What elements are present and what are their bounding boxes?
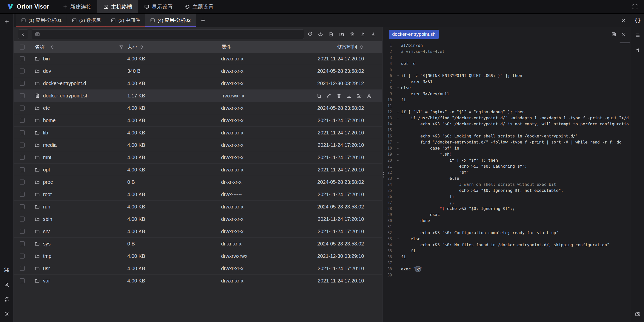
tab-middleware[interactable]: (3) 中间件 [106,14,145,27]
file-attr: dr-xr-xr-x [221,241,310,247]
file-row[interactable]: sys 0 B dr-xr-xr-x 2024-05-28 23:58:02 [14,238,382,250]
new-file-icon[interactable] [329,32,334,37]
row-checkbox[interactable] [20,180,25,185]
row-checkbox[interactable] [20,105,25,111]
row-checkbox[interactable] [20,130,25,135]
settings-gear-icon[interactable] [3,310,11,318]
file-row[interactable]: run 4.00 KB drwxr-xr-x 2024-05-28 23:58:… [14,201,382,213]
sort-icon[interactable] [50,45,55,50]
row-checkbox[interactable] [20,56,25,61]
file-row[interactable]: usr 4.00 KB drwxr-xr-x 2021-11-24 17:20:… [14,262,382,275]
file-row[interactable]: sbin 4.00 KB drwxr-xr-x 2021-11-24 17:20… [14,213,382,225]
file-row[interactable]: docker-entrypoint.sh 1.17 KB -rwxrwxr-x [14,90,382,102]
fold-chevron-icon[interactable] [395,73,401,79]
delete-icon[interactable] [350,32,355,37]
refresh-icon[interactable] [307,32,312,37]
download-icon[interactable] [371,32,376,37]
scrollbar-thumb[interactable] [620,42,630,43]
download-icon[interactable] [346,93,352,98]
close-editor-icon[interactable] [621,32,626,37]
new-folder-icon[interactable] [339,32,344,37]
screenshot-camera-icon[interactable] [634,310,642,318]
file-row[interactable]: dev 340 B drwxr-xr-x 2024-05-28 23:58:02 [14,65,382,77]
file-row[interactable]: mnt 4.00 KB drwxr-xr-x 2021-11-24 17:20:… [14,151,382,164]
file-row[interactable]: tmp 4.00 KB drwxrwxrwx 2021-12-30 03:29:… [14,250,382,262]
permission-icon[interactable] [367,93,372,98]
file-row[interactable]: root 4.00 KB drwx------ 2021-11-24 17:20… [14,188,382,201]
row-checkbox[interactable] [20,167,25,172]
select-all-checkbox[interactable] [20,45,25,50]
edit-icon[interactable] [326,93,332,98]
back-button[interactable] [18,29,28,39]
sync-icon[interactable] [3,295,11,303]
fold-chevron-icon[interactable] [395,236,401,242]
file-row[interactable]: docker-entrypoint.d 4.00 KB drwxr-xr-x 2… [14,77,382,90]
menu-theme-settings[interactable]: 主题设置 [179,0,220,13]
row-checkbox[interactable] [20,278,25,283]
row-checkbox[interactable] [20,93,25,98]
fold-chevron-icon[interactable] [395,109,401,115]
row-checkbox[interactable] [20,118,25,123]
menu-new-connection[interactable]: 新建连接 [57,0,97,13]
file-list-icon[interactable] [634,31,642,39]
menu-display-settings[interactable]: 显示设置 [138,0,179,13]
fold-chevron-icon[interactable] [395,115,401,121]
brand[interactable]: Orion Visor [0,0,57,13]
json-braces-icon[interactable]: {} [634,16,642,24]
new-terminal-button[interactable] [3,18,11,26]
delete-icon[interactable] [336,93,342,98]
swap-vertical-icon[interactable] [634,46,642,54]
tab-app-analysis-01[interactable]: (1) 应用-分析01 [16,14,67,27]
row-checkbox[interactable] [20,217,25,222]
fold-chevron-icon[interactable] [395,175,401,182]
file-row[interactable]: var 4.00 KB drwxr-xr-x 2021-11-24 17:20:… [14,275,382,287]
command-shortcut-icon[interactable]: ⌘ [3,266,11,274]
row-checkbox[interactable] [20,254,25,259]
file-row[interactable]: lib 4.00 KB drwxr-xr-x 2021-11-24 17:20:… [14,127,382,139]
row-checkbox[interactable] [20,192,25,197]
fullscreen-icon[interactable] [632,4,638,10]
fold-chevron-icon[interactable] [395,157,401,163]
tab-database[interactable]: (2) 数据库 [67,14,106,27]
fold-chevron-icon[interactable] [395,151,401,157]
file-row[interactable]: media 4.00 KB drwxr-xr-x 2021-11-24 17:2… [14,139,382,151]
row-checkbox[interactable] [20,155,25,160]
add-tab-button[interactable] [196,14,210,27]
file-row[interactable]: bin 4.00 KB drwxr-xr-x 2021-11-24 17:20:… [14,53,382,65]
sort-icon[interactable] [139,45,144,50]
move-icon[interactable] [356,93,362,98]
preview-eye-icon[interactable] [318,32,323,37]
close-panel-icon[interactable] [616,14,631,27]
open-file-badge[interactable]: docker-entrypoint.sh [389,30,439,39]
row-checkbox[interactable] [20,81,25,86]
row-checkbox[interactable] [20,266,25,271]
save-icon[interactable] [611,32,616,37]
code-line: 12if [ "$1" = "nginx" -o "$1" = "nginx-d… [385,109,631,115]
sort-icon[interactable] [359,45,364,50]
file-row[interactable]: opt 4.00 KB drwxr-xr-x 2021-11-24 17:20:… [14,164,382,176]
code-editor[interactable]: 1#!/bin/sh2# vim:sw=4:ts=4:et34set -e56i… [385,41,631,322]
row-checkbox[interactable] [20,204,25,209]
row-checkbox[interactable] [20,241,25,246]
row-checkbox[interactable] [20,229,25,234]
path-input[interactable] [32,29,304,39]
tab-app-analysis-02[interactable]: (4) 应用-分析02 [145,14,196,27]
file-row[interactable]: proc 0 B dr-xr-xr-x 2024-05-28 23:58:02 [14,176,382,188]
menu-host-terminal[interactable]: 主机终端 [97,0,138,13]
file-row[interactable]: etc 4.00 KB drwxr-xr-x 2024-05-28 23:58:… [14,102,382,114]
topbar-right [632,0,644,13]
panel-splitter[interactable] [382,27,385,322]
file-row[interactable]: srv 4.00 KB drwxr-xr-x 2021-11-24 17:20:… [14,225,382,238]
line-number: 24 [385,182,395,188]
fold-chevron-icon[interactable] [395,145,401,151]
fold-chevron-icon[interactable] [395,85,401,91]
user-icon[interactable] [3,281,11,289]
file-row[interactable]: home 4.00 KB drwxr-xr-x 2021-11-24 17:20… [14,114,382,127]
row-checkbox[interactable] [20,68,25,74]
copy-icon[interactable] [316,93,321,98]
fold-gutter [395,230,401,236]
row-checkbox[interactable] [20,142,25,148]
fold-chevron-icon[interactable] [395,139,401,145]
filter-icon[interactable] [119,45,124,50]
upload-icon[interactable] [360,32,365,37]
